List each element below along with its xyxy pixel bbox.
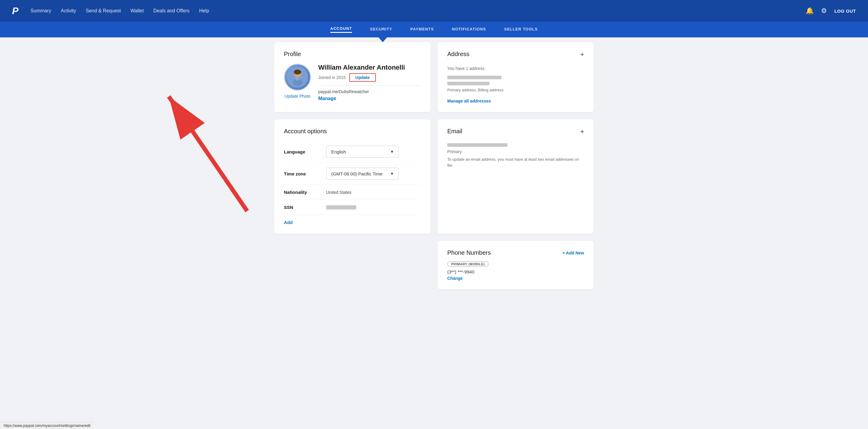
email-card: Email + Primary To update an email addre…	[438, 119, 594, 234]
subnav-security[interactable]: SECURITY	[370, 27, 393, 33]
nav-wallet[interactable]: Wallet	[130, 8, 144, 13]
phone-badge: PRIMARY (MOBILE)	[447, 262, 489, 267]
nav-send-request[interactable]: Send & Request	[86, 8, 121, 13]
nav-activity[interactable]: Activity	[61, 8, 76, 13]
chevron-down-icon: ▾	[391, 149, 393, 154]
joined-text: Joined in 2015	[318, 75, 346, 80]
email-note: To update an email address, you must hav…	[447, 156, 584, 168]
main-content: Profile	[268, 42, 600, 302]
address-line-2-blur	[447, 82, 490, 85]
address-type: Primary address, Billing address	[447, 88, 584, 92]
subnav-notifications[interactable]: NOTIFICATIONS	[452, 27, 486, 33]
svg-point-2	[294, 70, 301, 74]
update-name-button[interactable]: Update	[349, 73, 375, 82]
logout-button[interactable]: LOG OUT	[834, 8, 856, 13]
sub-nav: ACCOUNT SECURITY PAYMENTS NOTIFICATIONS …	[0, 22, 868, 37]
timezone-label: Time zone	[284, 171, 326, 176]
add-address-button[interactable]: +	[580, 51, 584, 59]
nav-right: 🔔 ⚙ LOG OUT	[806, 7, 856, 15]
language-select[interactable]: English ▾	[326, 146, 398, 158]
top-nav: P Summary Activity Send & Request Wallet…	[0, 0, 868, 22]
paypal-logo: P	[12, 5, 19, 17]
ssn-blur-value	[326, 205, 356, 210]
language-label: Language	[284, 149, 326, 154]
address-card-header: Address +	[447, 51, 584, 64]
top-nav-links: Summary Activity Send & Request Wallet D…	[30, 8, 806, 13]
options-table: Language English ▾ Time zone (GMT-08:00)…	[284, 141, 421, 215]
svg-point-4	[295, 77, 300, 81]
notification-bell-icon[interactable]: 🔔	[806, 7, 814, 15]
subnav-seller-tools[interactable]: SELLER TOOLS	[504, 27, 538, 33]
avatar-image	[287, 67, 308, 88]
profile-name: William Alexander Antonelli	[318, 64, 421, 71]
phone-header: Phone Numbers + Add New	[447, 249, 584, 256]
phone-card: Phone Numbers + Add New PRIMARY (MOBILE)…	[438, 241, 594, 289]
language-row: Language English ▾	[284, 141, 421, 163]
account-options-card: Account options Language English ▾ Time …	[274, 119, 430, 234]
annotation-arrow	[169, 96, 247, 211]
phone-number: (3**) ***-9940	[447, 269, 584, 274]
update-photo-link[interactable]: Update Photo	[284, 94, 310, 99]
change-phone-link[interactable]: Change	[447, 276, 463, 281]
manage-profile-link[interactable]: Manage	[318, 96, 336, 101]
nav-help[interactable]: Help	[199, 8, 209, 13]
add-email-button[interactable]: +	[580, 128, 584, 136]
address-card: Address + You have 1 address. Primary ad…	[438, 42, 594, 112]
subnav-account[interactable]: ACCOUNT	[330, 26, 352, 33]
profile-card: Profile	[274, 42, 430, 112]
email-primary-label: Primary	[447, 149, 584, 154]
avatar-wrap: Update Photo	[284, 64, 311, 99]
address-line-1-blur	[447, 76, 501, 79]
nav-indicator-wrap	[0, 37, 868, 42]
nationality-value: United States	[326, 190, 351, 195]
nav-indicator-arrow	[378, 37, 387, 42]
settings-gear-icon[interactable]: ⚙	[821, 7, 827, 15]
timezone-value: (GMT-08:00) Pacific Time	[331, 171, 382, 176]
add-ssn-link[interactable]: Add	[284, 220, 293, 225]
phone-title: Phone Numbers	[447, 249, 491, 256]
timezone-row: Time zone (GMT-08:00) Pacific Time ▾	[284, 163, 421, 185]
nav-deals[interactable]: Deals and Offers	[153, 8, 190, 13]
nationality-row: Nationality United States	[284, 185, 421, 200]
add-new-phone-button[interactable]: + Add New	[563, 250, 584, 255]
account-options-title: Account options	[284, 128, 421, 135]
chevron-down-icon-2: ▾	[391, 171, 393, 176]
profile-info: William Alexander Antonelli Joined in 20…	[318, 64, 421, 101]
profile-title: Profile	[284, 51, 421, 58]
ssn-row: SSN	[284, 200, 421, 215]
subnav-payments[interactable]: PAYMENTS	[410, 27, 434, 33]
email-card-header: Email +	[447, 128, 584, 141]
nav-summary[interactable]: Summary	[30, 8, 51, 13]
ssn-label: SSN	[284, 205, 326, 210]
profile-joined: Joined in 2015 Update	[318, 73, 421, 86]
timezone-select[interactable]: (GMT-08:00) Pacific Time ▾	[326, 167, 398, 180]
email-title: Email	[447, 128, 462, 135]
email-blur	[447, 143, 507, 147]
nationality-label: Nationality	[284, 190, 326, 195]
profile-body: Update Photo William Alexander Antonelli…	[284, 64, 421, 101]
address-subtitle: You have 1 address.	[447, 66, 584, 71]
avatar	[284, 64, 311, 91]
manage-all-addresses-link[interactable]: Manage all addresses	[447, 99, 491, 103]
language-value: English	[331, 149, 346, 154]
address-title: Address	[447, 51, 469, 58]
paypal-me-url: paypal.me/DubsRewatcher	[318, 89, 421, 94]
